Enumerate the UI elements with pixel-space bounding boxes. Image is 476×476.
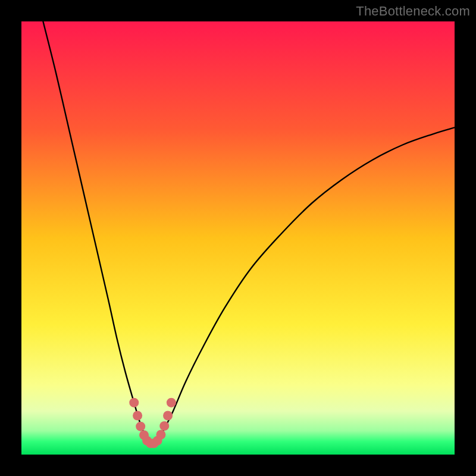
cluster-dot [129, 398, 139, 408]
curve-layer [21, 21, 455, 455]
cluster-dot [156, 430, 165, 440]
cluster-dot [136, 422, 145, 431]
cluster-dot [167, 398, 176, 408]
watermark-text: TheBottleneck.com [356, 4, 470, 19]
outer-frame: TheBottleneck.com [0, 0, 476, 476]
dot-cluster [129, 398, 176, 448]
bottleneck-curve [43, 21, 455, 444]
plot-area [21, 21, 455, 455]
cluster-dot [163, 411, 173, 420]
cluster-dot [133, 411, 142, 420]
cluster-dot [159, 421, 169, 431]
